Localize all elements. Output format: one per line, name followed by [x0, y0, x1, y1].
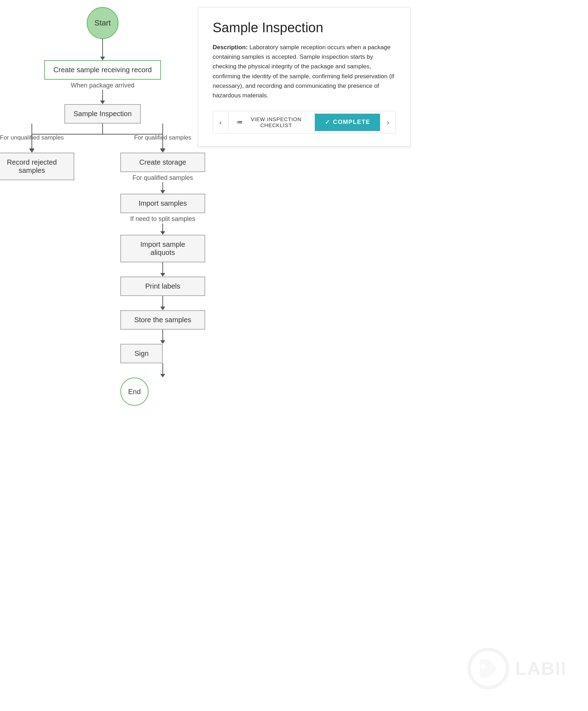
import-aliquots-node[interactable]: Import sample aliquots [120, 235, 205, 262]
complete-button[interactable]: ✓ COMPLETE [315, 114, 380, 131]
svg-point-7 [481, 664, 486, 669]
sign-node[interactable]: Sign [120, 344, 163, 363]
arrow-to-end [120, 363, 205, 377]
record-rejected-node[interactable]: Record rejected samples [0, 153, 74, 180]
for-unqualified-label: For unqualified samples [0, 134, 74, 141]
arrow-to-import [120, 182, 205, 194]
for-qualified2-label: For qualified samples [120, 174, 205, 182]
arrow-to-aliquots [120, 223, 205, 235]
watermark-logo-icon [467, 647, 509, 690]
watermark: LABII [467, 647, 567, 690]
checklist-label: VIEW INSPECTION CHECKLIST [246, 116, 306, 128]
desc-text: Laboratory sample reception occurs when … [213, 44, 394, 99]
sample-inspection-label: Sample Inspection [74, 110, 132, 118]
prev-icon: ‹ [219, 118, 222, 126]
start-node: Start [87, 7, 119, 39]
end-label: End [128, 388, 141, 396]
start-label: Start [94, 18, 111, 28]
sample-inspection-node[interactable]: Sample Inspection [64, 104, 141, 124]
arrow-to-store [120, 296, 205, 310]
complete-label: COMPLETE [333, 119, 370, 126]
for-qualified-label: For qualified samples [120, 134, 205, 141]
print-labels-label: Print labels [145, 282, 180, 290]
next-icon: › [387, 118, 389, 126]
print-labels-node[interactable]: Print labels [120, 277, 205, 296]
import-aliquots-label: Import sample aliquots [129, 240, 196, 257]
create-record-node[interactable]: Create sample receiving record [44, 60, 161, 80]
arrow-right-branch [120, 143, 205, 153]
import-samples-node[interactable]: Import samples [120, 194, 205, 213]
if-split-label: If need to split samples [120, 215, 205, 223]
next-button[interactable]: › [380, 113, 396, 131]
record-rejected-label: Record rejected samples [0, 158, 65, 175]
arrow-create-to-inspect [100, 90, 105, 104]
import-samples-label: Import samples [139, 199, 187, 207]
watermark-text: LABII [515, 658, 567, 679]
prev-button[interactable]: ‹ [213, 113, 229, 131]
end-node: End [120, 377, 149, 406]
checklist-button[interactable]: ≔ VIEW INSPECTION CHECKLIST [229, 111, 315, 133]
store-samples-node[interactable]: Store the samples [120, 310, 205, 330]
info-title: Sample Inspection [213, 20, 396, 35]
store-samples-label: Store the samples [134, 316, 191, 324]
check-icon: ✓ [325, 119, 330, 126]
arrow-to-sign [120, 330, 205, 344]
info-panel: Sample Inspection Description: Laborator… [198, 7, 410, 147]
when-package-label: When package arrived [71, 82, 134, 89]
sign-label: Sign [134, 349, 149, 358]
create-record-label: Create sample receiving record [53, 66, 152, 74]
info-description: Description: Laboratory sample reception… [213, 42, 396, 100]
info-actions-bar: ‹ ≔ VIEW INSPECTION CHECKLIST ✓ COMPLETE… [213, 111, 396, 133]
checklist-icon: ≔ [236, 118, 243, 126]
arrow-to-print [120, 262, 205, 277]
flowchart: Start Create sample receiving record Whe… [11, 7, 195, 406]
arrow-left-branch [0, 143, 74, 153]
create-storage-label: Create storage [139, 158, 186, 166]
create-storage-node[interactable]: Create storage [120, 153, 205, 172]
desc-bold-label: Description: [213, 44, 248, 51]
arrow-start-to-create [100, 39, 105, 60]
